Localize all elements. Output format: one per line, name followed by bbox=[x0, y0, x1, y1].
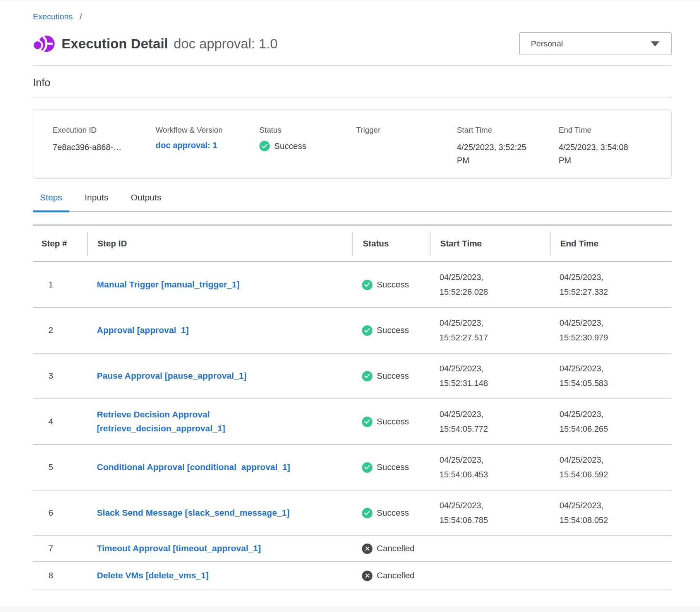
check-circle-icon bbox=[362, 280, 372, 290]
start-time: 04/25/2023, 15:52:27.517 bbox=[439, 316, 501, 345]
step-link[interactable]: Approval [approval_1] bbox=[97, 323, 189, 337]
steps-table: Step # Step ID Status Start Time End Tim… bbox=[33, 224, 672, 590]
step-number: 2 bbox=[33, 325, 87, 335]
table-row: 3 Pause Approval [pause_approval_1] Succ… bbox=[33, 354, 672, 399]
page-title: Execution Detail bbox=[62, 36, 168, 51]
end-time: 04/25/2023, 15:54:06.265 bbox=[559, 407, 621, 436]
tab-steps[interactable]: Steps bbox=[33, 193, 69, 211]
step-link[interactable]: Pause Approval [pause_approval_1] bbox=[97, 369, 247, 383]
breadcrumb: Executions / bbox=[33, 0, 672, 21]
check-circle-icon bbox=[362, 371, 372, 381]
info-divider bbox=[33, 97, 672, 98]
table-row: 7 Timeout Approval [timeout_approval_1] … bbox=[33, 536, 672, 562]
start-time: 04/25/2023, 15:52:31.148 bbox=[439, 361, 501, 391]
info-section-title: Info bbox=[33, 77, 672, 89]
table-row: 2 Approval [approval_1] Success 04/25/20… bbox=[33, 308, 672, 354]
tab-outputs[interactable]: Outputs bbox=[124, 193, 168, 211]
start-time-field: Start Time 4/25/2023, 3:52:25 PM bbox=[457, 126, 559, 178]
status-text: Success bbox=[377, 325, 409, 335]
execution-detail-page: Executions / Execution Detail doc approv… bbox=[0, 0, 700, 612]
start-time: 04/25/2023, 15:54:06.785 bbox=[439, 498, 501, 528]
status-text: Cancelled bbox=[377, 571, 415, 581]
x-circle-icon bbox=[362, 544, 372, 554]
step-number: 6 bbox=[33, 508, 87, 518]
end-time: 04/25/2023, 15:52:30.979 bbox=[559, 316, 621, 345]
start-time-value: 4/25/2023, 3:52:25 PM bbox=[457, 141, 540, 167]
start-time: 04/25/2023, 15:54:05.772 bbox=[439, 407, 501, 436]
chevron-down-icon bbox=[651, 41, 659, 46]
steps-table-header: Step # Step ID Status Start Time End Tim… bbox=[33, 226, 672, 262]
status-value: Success bbox=[274, 141, 306, 151]
table-row: 5 Conditional Approval [conditional_appr… bbox=[33, 445, 672, 491]
step-number: 4 bbox=[33, 417, 87, 427]
table-row: 6 Slack Send Message [slack_send_message… bbox=[33, 491, 672, 536]
scope-dropdown-value: Personal bbox=[531, 39, 563, 48]
table-row: 4 Retrieve Decision Approval [retrieve_d… bbox=[33, 399, 672, 445]
end-time: 04/25/2023, 15:54:08.052 bbox=[559, 498, 621, 528]
status-text: Success bbox=[377, 371, 409, 381]
check-circle-icon bbox=[362, 417, 372, 427]
end-time-value: 4/25/2023, 3:54:08 PM bbox=[559, 141, 642, 167]
detail-tabs: Steps Inputs Outputs bbox=[33, 193, 672, 212]
column-header-start-time: Start Time bbox=[430, 232, 550, 256]
field-label: Execution ID bbox=[53, 126, 156, 135]
status-text: Success bbox=[377, 280, 409, 290]
column-header-step-number: Step # bbox=[33, 238, 87, 250]
end-time: 04/25/2023, 15:54:06.592 bbox=[559, 453, 621, 482]
field-label: Workflow & Version bbox=[156, 126, 259, 135]
step-link[interactable]: Manual Trigger [manual_trigger_1] bbox=[97, 278, 240, 292]
step-number: 1 bbox=[33, 280, 87, 290]
check-circle-icon bbox=[259, 141, 270, 151]
step-link[interactable]: Delete VMs [delete_vms_1] bbox=[97, 569, 209, 583]
tab-inputs[interactable]: Inputs bbox=[78, 193, 115, 211]
trigger-field: Trigger bbox=[356, 126, 457, 178]
execution-id-value: 7e8ac396-a868-… bbox=[53, 141, 136, 154]
execution-id-field: Execution ID 7e8ac396-a868-… bbox=[53, 126, 156, 178]
step-number: 7 bbox=[33, 544, 87, 554]
column-header-status: Status bbox=[352, 232, 430, 256]
step-link[interactable]: Slack Send Message [slack_send_message_1… bbox=[97, 506, 290, 520]
execution-info-card: Execution ID 7e8ac396-a868-… Workflow & … bbox=[33, 109, 672, 179]
scope-dropdown[interactable]: Personal bbox=[519, 32, 672, 55]
breadcrumb-executions-link[interactable]: Executions bbox=[33, 12, 73, 21]
column-header-end-time: End Time bbox=[550, 232, 672, 256]
page-subtitle: doc approval: 1.0 bbox=[174, 36, 278, 51]
step-number: 5 bbox=[33, 462, 87, 472]
table-row: 8 Delete VMs [delete_vms_1] Cancelled bbox=[33, 562, 672, 590]
status-text: Cancelled bbox=[377, 544, 415, 554]
field-label: End Time bbox=[559, 126, 664, 135]
step-link[interactable]: Retrieve Decision Approval [retrieve_dec… bbox=[97, 408, 259, 436]
field-label: Trigger bbox=[356, 126, 457, 135]
check-circle-icon bbox=[362, 325, 372, 336]
x-circle-icon bbox=[362, 571, 372, 581]
title-divider bbox=[33, 65, 672, 66]
step-number: 3 bbox=[33, 371, 87, 381]
workflow-logo-icon bbox=[33, 33, 55, 55]
field-label: Status bbox=[259, 126, 356, 135]
step-link[interactable]: Timeout Approval [timeout_approval_1] bbox=[97, 542, 261, 556]
status-text: Success bbox=[377, 462, 409, 472]
field-label: Start Time bbox=[457, 126, 559, 135]
status-text: Success bbox=[377, 417, 409, 427]
check-circle-icon bbox=[362, 462, 372, 473]
end-time: 04/25/2023, 15:54:05.583 bbox=[559, 361, 621, 391]
step-link[interactable]: Conditional Approval [conditional_approv… bbox=[97, 460, 290, 474]
check-circle-icon bbox=[362, 508, 372, 518]
end-time: 04/25/2023, 15:52:27.332 bbox=[559, 270, 621, 299]
table-row: 1 Manual Trigger [manual_trigger_1] Succ… bbox=[33, 262, 672, 308]
step-number: 8 bbox=[33, 571, 87, 581]
workflow-version-link[interactable]: doc approval: 1 bbox=[156, 141, 217, 150]
breadcrumb-separator: / bbox=[80, 12, 82, 21]
start-time: 04/25/2023, 15:54:06.453 bbox=[439, 453, 501, 482]
end-time-field: End Time 4/25/2023, 3:54:08 PM bbox=[559, 126, 664, 178]
column-header-step-id: Step ID bbox=[87, 232, 352, 256]
status-text: Success bbox=[377, 508, 409, 518]
start-time: 04/25/2023, 15:52:26.028 bbox=[439, 270, 501, 299]
workflow-version-field: Workflow & Version doc approval: 1 bbox=[156, 126, 259, 178]
page-bottom-strip bbox=[0, 606, 700, 612]
status-field: Status Success bbox=[259, 126, 356, 178]
